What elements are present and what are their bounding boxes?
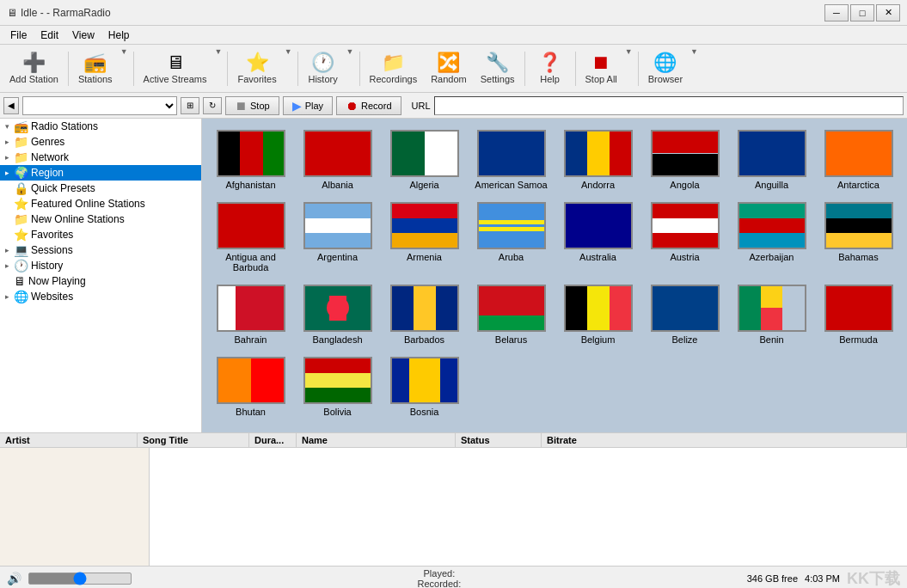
stations-button[interactable]: 📻 Stations xyxy=(72,47,119,90)
sidebar-item-radio-stations[interactable]: ▾ 📻 Radio Stations xyxy=(0,119,201,134)
svg-rect-49 xyxy=(761,286,782,309)
recordings-button[interactable]: 📁 Recordings xyxy=(364,47,424,90)
flag-box-18 xyxy=(390,285,459,332)
flag-item-bolivia[interactable]: Bolivia xyxy=(296,352,379,421)
nav-grid-button[interactable]: ⊞ xyxy=(181,97,199,114)
play-icon: ▶ xyxy=(292,99,302,113)
window-controls: ─ □ ✕ xyxy=(824,4,900,21)
flag-item-azerbaijan[interactable]: Azerbaijan xyxy=(730,198,813,277)
flag-item-belgium[interactable]: Belgium xyxy=(556,280,640,349)
sidebar-item-now-playing[interactable]: 🖥 Now Playing xyxy=(0,273,201,289)
col-bitrate[interactable]: Bitrate xyxy=(542,433,907,447)
svg-rect-23 xyxy=(479,227,544,231)
nav-refresh-button[interactable]: ↻ xyxy=(203,97,222,114)
sidebar-item-websites[interactable]: ▸ 🌐 Websites xyxy=(0,289,201,304)
svg-rect-26 xyxy=(653,218,718,233)
stations-arrow[interactable]: ▼ xyxy=(119,47,130,90)
stations-icon: 📻 xyxy=(83,53,107,72)
sidebar-item-favorites[interactable]: ⭐ Favorites xyxy=(0,227,201,242)
flag-label-26: Bosnia xyxy=(410,407,439,417)
flag-item-austria[interactable]: Austria xyxy=(643,198,726,277)
flag-item-american-samoa[interactable]: American Samoa xyxy=(469,126,553,194)
flag-item-angola[interactable]: Angola xyxy=(643,126,726,194)
flag-item-bhutan[interactable]: Bhutan xyxy=(209,352,292,421)
nav-prev-button[interactable]: ◀ xyxy=(3,97,19,114)
flag-item-argentina[interactable]: Argentina xyxy=(296,198,379,277)
help-button[interactable]: ❓ Help xyxy=(529,47,572,90)
flag-item-bangladesh[interactable]: Bangladesh xyxy=(296,280,379,349)
col-status[interactable]: Status xyxy=(456,433,542,447)
flag-item-albania[interactable]: Albania xyxy=(296,126,379,194)
random-button[interactable]: 🔀 Random xyxy=(425,47,473,90)
sidebar-item-region[interactable]: ▸ 🌍 Region xyxy=(0,165,201,181)
svg-rect-28 xyxy=(739,204,805,218)
volume-slider[interactable] xyxy=(28,573,132,585)
stop-all-arrow[interactable]: ▼ xyxy=(623,47,634,90)
add-station-button[interactable]: ➕ Add Station xyxy=(3,47,64,90)
sessions-icon: 💻 xyxy=(14,243,28,257)
sidebar-item-genres[interactable]: ▸ 📁 Genres xyxy=(0,134,201,150)
flag-item-antigua-and-barbuda[interactable]: Antigua and Barbuda xyxy=(209,198,292,277)
col-artist[interactable]: Artist xyxy=(0,433,138,447)
maximize-button[interactable]: □ xyxy=(850,4,874,21)
flag-item-bahrain[interactable]: Bahrain xyxy=(209,280,292,349)
stop-label: Stop xyxy=(250,101,270,111)
flag-item-antarctica[interactable]: Antarctica xyxy=(817,126,900,194)
flag-box-22 xyxy=(738,285,806,332)
sidebar-item-new-online[interactable]: 📁 New Online Stations xyxy=(0,211,201,227)
flag-item-andorra[interactable]: Andorra xyxy=(556,126,640,194)
toolbar: ➕ Add Station 📻 Stations ▼ 🖥 Active Stre… xyxy=(0,45,907,93)
favorites-button[interactable]: ⭐ Favorites xyxy=(231,47,282,90)
flag-item-afghanistan[interactable]: Afghanistan xyxy=(209,126,292,194)
flag-item-bosnia[interactable]: Bosnia xyxy=(383,352,466,421)
favorites-label: Favorites xyxy=(237,74,276,84)
active-streams-arrow[interactable]: ▼ xyxy=(213,47,224,90)
sidebar-item-quick-presets[interactable]: 🔒 Quick Presets xyxy=(0,181,201,196)
browser-arrow[interactable]: ▼ xyxy=(689,47,700,90)
flag-item-australia[interactable]: Australia xyxy=(556,198,640,277)
history-arrow[interactable]: ▼ xyxy=(345,47,356,90)
menu-help[interactable]: Help xyxy=(101,28,137,43)
flag-item-bermuda[interactable]: Bermuda xyxy=(817,280,900,349)
settings-button[interactable]: 🔧 Settings xyxy=(475,47,521,90)
radio-stations-label: Radio Stations xyxy=(31,120,98,132)
active-streams-button[interactable]: 🖥 Active Streams xyxy=(138,47,213,90)
sidebar-item-sessions[interactable]: ▸ 💻 Sessions xyxy=(0,242,201,258)
close-button[interactable]: ✕ xyxy=(876,4,900,21)
sidebar-item-network[interactable]: ▸ 📁 Network xyxy=(0,150,201,165)
flag-item-belize[interactable]: Belize xyxy=(643,280,726,349)
url-input[interactable] xyxy=(434,96,904,115)
flag-item-bahamas[interactable]: Bahamas xyxy=(817,198,900,277)
menu-file[interactable]: File xyxy=(3,28,34,43)
menu-edit[interactable]: Edit xyxy=(34,28,65,43)
minimize-button[interactable]: ─ xyxy=(824,4,849,21)
flag-label-16: Bahrain xyxy=(235,334,267,345)
history-button[interactable]: 🕐 History xyxy=(302,47,345,90)
stop-all-button[interactable]: ⏹ Stop All xyxy=(579,47,623,90)
sidebar-item-featured[interactable]: ⭐ Featured Online Stations xyxy=(0,196,201,211)
flag-label-7: Antarctica xyxy=(837,180,879,190)
flag-item-barbados[interactable]: Barbados xyxy=(383,280,466,349)
flag-item-algeria[interactable]: Algeria xyxy=(383,126,466,194)
favorites-arrow[interactable]: ▼ xyxy=(283,47,294,90)
playlist-header: Artist Song Title Dura... Name Status Bi… xyxy=(0,433,907,448)
flag-item-armenia[interactable]: Armenia xyxy=(383,198,466,277)
flag-item-benin[interactable]: Benin xyxy=(730,280,813,349)
svg-rect-27 xyxy=(653,233,718,248)
record-button[interactable]: ⏺ Record xyxy=(336,96,401,115)
flag-item-anguilla[interactable]: Anguilla xyxy=(730,126,813,194)
browser-button[interactable]: 🌐 Browser xyxy=(642,47,689,90)
sidebar-item-history[interactable]: ▸ 🕐 History xyxy=(0,258,201,273)
play-button[interactable]: ▶ Play xyxy=(283,96,333,115)
flag-item-belarus[interactable]: Belarus xyxy=(469,280,553,349)
menu-view[interactable]: View xyxy=(65,28,101,43)
flag-item-aruba[interactable]: Aruba xyxy=(469,198,553,277)
add-station-label: Add Station xyxy=(9,74,58,84)
stop-button[interactable]: ⏹ Stop xyxy=(225,96,279,115)
preset-combo[interactable] xyxy=(22,96,177,115)
svg-rect-21 xyxy=(479,204,544,248)
svg-rect-0 xyxy=(218,132,240,175)
col-duration[interactable]: Dura... xyxy=(249,433,297,447)
col-name[interactable]: Name xyxy=(297,433,456,447)
col-song-title[interactable]: Song Title xyxy=(138,433,249,447)
